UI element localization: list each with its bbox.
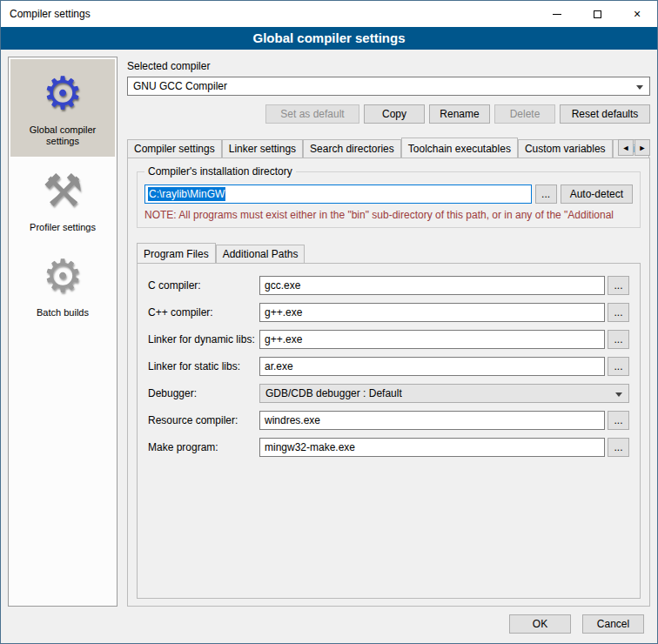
tab-scroll-right-button[interactable]: ►: [634, 139, 650, 156]
cpp-compiler-label: C++ compiler:: [148, 306, 259, 319]
tab-custom-variables[interactable]: Custom variables: [518, 139, 613, 158]
field-row-linker-dynamic: Linker for dynamic libs: g++.exe ...: [148, 330, 629, 349]
linker-static-input[interactable]: ar.exe: [259, 357, 605, 376]
toolchain-executables-panel: Compiler's installation directory C:\ray…: [127, 158, 650, 607]
settings-tabbar: Compiler settings Linker settings Search…: [127, 137, 650, 158]
chevron-down-icon: [636, 85, 643, 90]
copy-button[interactable]: Copy: [364, 104, 425, 124]
c-compiler-input[interactable]: gcc.exe: [259, 276, 605, 295]
sidebar-item-label: Batch builds: [37, 307, 89, 318]
resource-compiler-value: windres.exe: [265, 414, 320, 426]
selected-compiler-dropdown[interactable]: GNU GCC Compiler: [127, 77, 650, 96]
main-panel: Selected compiler GNU GCC Compiler Set a…: [127, 57, 650, 607]
tab-search-directories[interactable]: Search directories: [303, 139, 401, 158]
dialog-body: ⚙ Global compiler settings ⚒ Profiler se…: [1, 50, 657, 610]
sidebar-item-batch-builds[interactable]: ⚙ Batch builds: [10, 242, 115, 327]
installation-directory-row: C:\raylib\MinGW ... Auto-detect: [144, 184, 633, 204]
linker-static-value: ar.exe: [265, 360, 293, 372]
minimize-button[interactable]: [537, 1, 577, 27]
ok-button[interactable]: OK: [509, 614, 571, 634]
tab-scroll-buttons: ◄ ►: [618, 139, 650, 156]
program-files-panel: C compiler: gcc.exe ... C++ compiler: g+…: [137, 263, 641, 599]
install-dir-input[interactable]: C:\raylib\MinGW: [144, 184, 532, 204]
tab-scroll-left-button[interactable]: ◄: [618, 139, 634, 156]
reset-defaults-button[interactable]: Reset defaults: [560, 104, 650, 124]
make-program-value: mingw32-make.exe: [265, 441, 355, 453]
tab-additional-paths[interactable]: Additional Paths: [216, 245, 306, 263]
cpp-compiler-browse-button[interactable]: ...: [608, 303, 629, 322]
compiler-settings-window: Compiler settings × Global compiler sett…: [0, 0, 658, 644]
install-dir-browse-button[interactable]: ...: [535, 184, 557, 204]
sidebar-item-global-compiler-settings[interactable]: ⚙ Global compiler settings: [10, 59, 115, 157]
page-title: Global compiler settings: [1, 27, 657, 50]
field-row-linker-static: Linker for static libs: ar.exe ...: [148, 357, 629, 376]
field-row-cpp-compiler: C++ compiler: g++.exe ...: [148, 303, 629, 322]
titlebar: Compiler settings ×: [1, 1, 657, 27]
close-icon: ×: [634, 8, 641, 20]
installation-directory-group-title: Compiler's installation directory: [144, 165, 296, 178]
debugger-value: GDB/CDB debugger : Default: [265, 387, 402, 399]
field-row-c-compiler: C compiler: gcc.exe ...: [148, 276, 629, 295]
debugger-label: Debugger:: [148, 387, 259, 399]
sidebar: ⚙ Global compiler settings ⚒ Profiler se…: [8, 57, 118, 607]
bin-subdirectory-note: NOTE: All programs must exist either in …: [144, 209, 633, 221]
debugger-dropdown[interactable]: GDB/CDB debugger : Default: [259, 384, 629, 403]
blue-gear-icon: ⚙: [14, 70, 111, 117]
c-compiler-browse-button[interactable]: ...: [608, 276, 629, 295]
minimize-icon: [553, 14, 561, 15]
compiler-actions: Set as default Copy Rename Delete Reset …: [127, 104, 650, 124]
selected-compiler-label: Selected compiler: [127, 60, 650, 72]
resource-compiler-label: Resource compiler:: [148, 414, 259, 426]
make-program-label: Make program:: [148, 441, 259, 453]
field-row-debugger: Debugger: GDB/CDB debugger : Default: [148, 384, 629, 403]
tab-compiler-settings[interactable]: Compiler settings: [127, 139, 222, 158]
cpp-compiler-input[interactable]: g++.exe: [259, 303, 605, 322]
profiler-tool-icon: ⚒: [14, 167, 111, 215]
maximize-button[interactable]: [577, 1, 617, 27]
selected-compiler-value: GNU GCC Compiler: [133, 80, 227, 92]
gray-gears-icon: ⚙: [14, 252, 111, 300]
linker-static-label: Linker for static libs:: [148, 360, 259, 372]
chevron-down-icon: [615, 392, 622, 397]
close-button[interactable]: ×: [617, 1, 657, 27]
make-program-input[interactable]: mingw32-make.exe: [259, 438, 605, 457]
sidebar-item-label: Profiler settings: [30, 222, 96, 232]
window-title: Compiler settings: [1, 8, 537, 20]
make-program-browse-button[interactable]: ...: [608, 438, 629, 457]
delete-button[interactable]: Delete: [494, 104, 555, 124]
set-as-default-button[interactable]: Set as default: [265, 104, 359, 124]
dialog-footer: OK Cancel: [1, 610, 657, 643]
tab-program-files[interactable]: Program Files: [137, 243, 216, 263]
c-compiler-value: gcc.exe: [265, 279, 300, 292]
linker-dynamic-value: g++.exe: [265, 333, 302, 345]
linker-dynamic-label: Linker for dynamic libs:: [148, 333, 259, 345]
maximize-icon: [594, 10, 601, 18]
tab-linker-settings[interactable]: Linker settings: [222, 139, 303, 158]
cpp-compiler-value: g++.exe: [265, 306, 302, 319]
linker-dynamic-browse-button[interactable]: ...: [608, 330, 629, 349]
field-row-resource-compiler: Resource compiler: windres.exe ...: [148, 411, 629, 430]
install-dir-value: C:\raylib\MinGW: [148, 187, 225, 201]
installation-directory-group: Compiler's installation directory C:\ray…: [137, 171, 641, 228]
auto-detect-button[interactable]: Auto-detect: [561, 184, 633, 204]
sidebar-item-label: Global compiler settings: [30, 124, 96, 147]
tab-toolchain-executables[interactable]: Toolchain executables: [401, 138, 518, 158]
linker-static-browse-button[interactable]: ...: [608, 357, 629, 376]
resource-compiler-input[interactable]: windres.exe: [259, 411, 605, 430]
field-row-make-program: Make program: mingw32-make.exe ...: [148, 438, 629, 457]
window-controls: ×: [537, 1, 657, 27]
resource-compiler-browse-button[interactable]: ...: [608, 411, 629, 430]
rename-button[interactable]: Rename: [429, 104, 490, 124]
sidebar-item-profiler-settings[interactable]: ⚒ Profiler settings: [10, 157, 115, 242]
cancel-button[interactable]: Cancel: [582, 614, 644, 634]
program-tabbar: Program Files Additional Paths: [137, 242, 641, 263]
linker-dynamic-input[interactable]: g++.exe: [259, 330, 605, 349]
c-compiler-label: C compiler:: [148, 279, 259, 292]
